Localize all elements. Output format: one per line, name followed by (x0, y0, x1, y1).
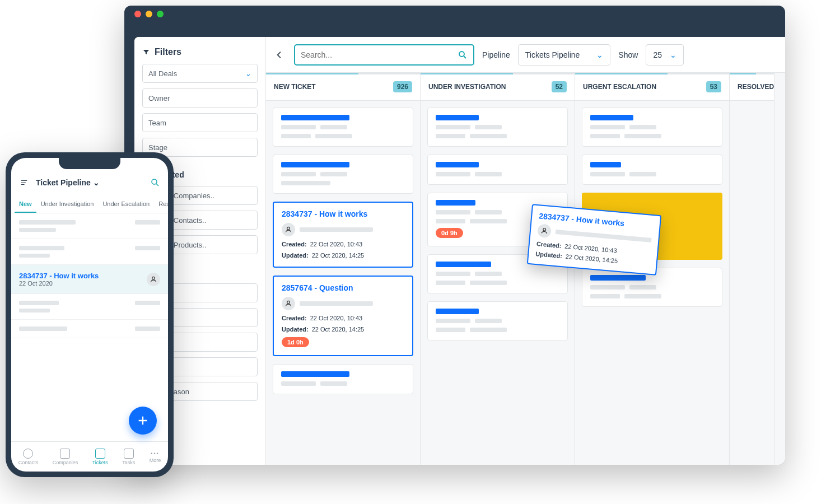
dragging-card[interactable]: 2834737 - How it works Created:22 Oct 20… (527, 204, 662, 276)
avatar-icon (282, 223, 295, 236)
window-titlebar (124, 6, 785, 22)
ticket-title: 2857674 - Question (282, 283, 404, 292)
list-item[interactable] (11, 239, 168, 265)
tab-under-escalation[interactable]: Under Escalation (98, 196, 154, 213)
list-item[interactable] (11, 320, 168, 338)
phone-notch (59, 158, 120, 169)
ticket-card[interactable] (582, 108, 722, 147)
close-icon[interactable] (134, 11, 141, 17)
nav-tickets[interactable]: Tickets (92, 449, 108, 465)
column-header[interactable]: UNDER INVESTIGATION 52 (421, 73, 575, 101)
svg-line-6 (156, 184, 158, 186)
filter-team-label: Team (148, 119, 166, 127)
show-dropdown[interactable]: 25 ⌄ (646, 44, 684, 66)
show-value: 25 (653, 50, 662, 59)
pipeline-board: NEW TICKET 926 (266, 73, 785, 465)
chevron-down-icon: ⌄ (93, 178, 100, 187)
filter-team[interactable]: Team (142, 113, 258, 132)
ticket-card[interactable] (427, 108, 568, 147)
ticket-card[interactable] (582, 155, 722, 185)
created-value: 22 Oct 2020, 10:43 (310, 315, 363, 321)
ticket-card[interactable] (427, 301, 568, 340)
tab-resolved[interactable]: Resolved (154, 196, 168, 213)
pipeline-dropdown[interactable]: Tickets Pipeline ⌄ (518, 44, 611, 66)
filter-all-deals-label: All Deals (148, 69, 177, 78)
avatar-icon (537, 223, 552, 238)
nav-tasks[interactable]: Tasks (122, 449, 135, 465)
created-label: Created: (536, 240, 562, 249)
filter-owner-label: Owner (148, 94, 170, 102)
more-icon: ••• (151, 451, 159, 456)
main-area: Pipeline Tickets Pipeline ⌄ Show 25 ⌄ NE… (266, 37, 785, 465)
show-label: Show (618, 50, 638, 59)
count-badge: 926 (393, 81, 412, 92)
search-box[interactable] (294, 44, 474, 66)
ticket-card[interactable] (273, 364, 413, 394)
created-label: Created: (282, 315, 307, 321)
ticket-card-selected[interactable]: 2834737 - How it works Created:22 Oct 20… (273, 202, 413, 268)
svg-point-5 (152, 179, 157, 184)
window-content: Filters All Deals ⌄ Owner Team Stage Ass… (134, 37, 785, 465)
ticket-card-selected[interactable]: 2857674 - Question Created:22 Oct 2020, … (273, 276, 413, 356)
column-title: URGENT ESCALATION (583, 83, 656, 91)
column-header[interactable]: RESOLVED (730, 73, 774, 101)
updated-value: 22 Oct 2020, 14:25 (565, 253, 618, 264)
ticket-card[interactable] (427, 155, 568, 185)
menu-icon[interactable] (19, 179, 29, 186)
toolbar: Pipeline Tickets Pipeline ⌄ Show 25 ⌄ (266, 37, 785, 73)
list-item-selected[interactable]: 2834737 - How it works 22 Oct 2020 (11, 265, 168, 294)
minimize-icon[interactable] (146, 11, 152, 17)
mobile-title[interactable]: Ticket Pipeline ⌄ (36, 178, 100, 187)
svg-point-0 (459, 52, 464, 57)
svg-point-2 (287, 227, 290, 230)
filter-owner[interactable]: Owner (142, 88, 258, 108)
avatar-icon (282, 297, 295, 310)
tab-new[interactable]: New (15, 196, 36, 213)
column-title: NEW TICKET (274, 83, 316, 91)
ticket-card[interactable] (273, 155, 413, 194)
nav-companies[interactable]: Companies (53, 449, 78, 465)
back-button[interactable] (275, 49, 286, 60)
tasks-icon (124, 449, 134, 459)
companies-icon (60, 449, 70, 459)
updated-label: Updated: (282, 252, 309, 259)
pipeline-label: Pipeline (482, 50, 510, 59)
chevron-down-icon: ⌄ (245, 69, 251, 78)
list-item-title: 2834737 - How it works (19, 272, 99, 280)
column-title: RESOLVED (738, 83, 774, 91)
mobile-bottom-nav: Contacts Companies Tickets Tasks •••More (11, 441, 168, 472)
column-resolved: RESOLVED (730, 73, 774, 465)
ticket-card[interactable] (273, 108, 413, 147)
list-item[interactable] (11, 213, 168, 239)
svg-point-4 (543, 228, 546, 231)
filter-all-deals[interactable]: All Deals ⌄ (142, 64, 258, 83)
column-body (575, 101, 729, 314)
svg-point-3 (287, 301, 290, 304)
filters-title: Filters (155, 47, 181, 57)
tickets-icon (95, 449, 105, 459)
column-new-ticket: NEW TICKET 926 (266, 73, 421, 465)
tab-under-investigation[interactable]: Under Investigation (36, 196, 99, 213)
desktop-window: Filters All Deals ⌄ Owner Team Stage Ass… (124, 6, 785, 465)
updated-label: Updated: (535, 250, 563, 259)
maximize-icon[interactable] (157, 11, 164, 17)
mobile-tabs: New Under Investigation Under Escalation… (11, 196, 168, 213)
avatar-icon (147, 273, 160, 286)
column-header[interactable]: URGENT ESCALATION 53 (575, 73, 729, 101)
list-item[interactable] (11, 294, 168, 320)
filter-icon (142, 48, 150, 56)
ticket-title: 2834737 - How it works (282, 209, 404, 218)
column-body: 2834737 - How it works Created:22 Oct 20… (266, 101, 420, 401)
list-item-date: 22 Oct 2020 (19, 280, 99, 287)
created-value: 22 Oct 2020, 10:43 (564, 242, 617, 254)
nav-more[interactable]: •••More (150, 451, 161, 463)
nav-contacts[interactable]: Contacts (18, 449, 39, 465)
filter-stage-label: Stage (148, 143, 167, 152)
search-input[interactable] (301, 50, 458, 59)
chevron-left-icon (275, 49, 284, 60)
column-header[interactable]: NEW TICKET 926 (266, 73, 420, 101)
add-button[interactable] (129, 407, 157, 435)
search-icon[interactable] (150, 178, 160, 188)
updated-value: 22 Oct 2020, 14:25 (312, 252, 365, 259)
svg-line-1 (464, 56, 466, 58)
